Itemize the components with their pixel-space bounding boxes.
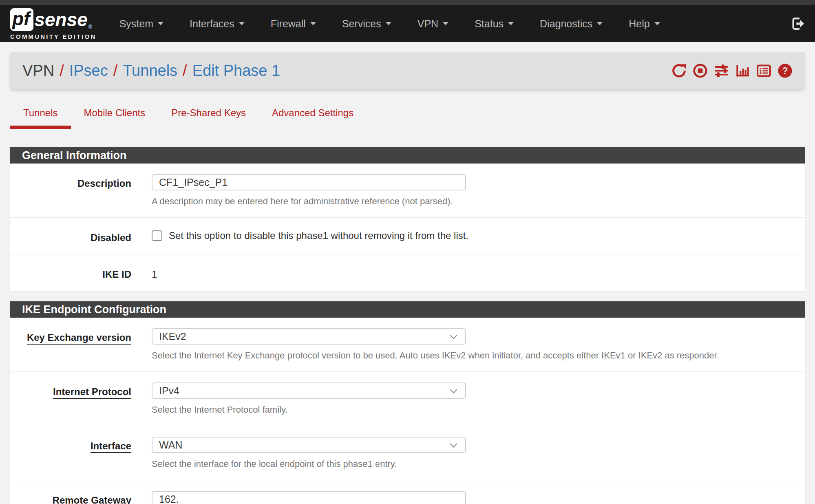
remote-gateway-input[interactable] — [152, 491, 466, 504]
breadcrumb-separator: / — [183, 62, 187, 80]
chevron-down-icon — [386, 22, 391, 25]
nav-item-system[interactable]: System — [119, 18, 163, 30]
internet-protocol-row: Internet Protocol IPv4 Select the Intern… — [10, 372, 805, 426]
pfsense-logo[interactable]: pf sense ® COMMUNITY EDITION — [10, 8, 97, 40]
svg-text:?: ? — [782, 66, 788, 76]
key-exchange-row: Key Exchange version IKEv2 Select the In… — [10, 318, 805, 372]
tab-advanced-settings[interactable]: Advanced Settings — [259, 107, 367, 129]
nav-item-diagnostics[interactable]: Diagnostics — [540, 18, 603, 30]
nav-item-interfaces[interactable]: Interfaces — [190, 18, 245, 30]
description-help: A description may be entered here for ad… — [152, 196, 805, 207]
stop-circle-icon[interactable] — [693, 63, 708, 78]
tab-bar: Tunnels Mobile Clients Pre-Shared Keys A… — [10, 107, 805, 129]
interface-label: Interface — [10, 437, 131, 469]
nav-item-label: Help — [629, 18, 649, 30]
logo-subtitle: COMMUNITY EDITION — [10, 33, 97, 40]
nav-item-status[interactable]: Status — [475, 18, 514, 30]
chevron-down-icon — [508, 22, 514, 25]
internet-protocol-select[interactable]: IPv4 — [152, 382, 466, 399]
breadcrumb: VPN / IPsec / Tunnels / Edit Phase 1 ? — [10, 52, 805, 89]
ike-id-value: 1 — [152, 265, 805, 280]
chevron-down-icon — [310, 22, 316, 25]
remote-gateway-row: Remote Gateway Enter the public IP addre… — [10, 480, 805, 504]
sign-out-icon[interactable] — [791, 16, 805, 31]
nav-item-help[interactable]: Help — [629, 18, 660, 30]
ike-id-label: IKE ID — [10, 265, 131, 280]
logo-pf-box: pf — [10, 8, 33, 31]
key-exchange-select[interactable]: IKEv2 — [152, 328, 466, 345]
nav-item-label: Services — [342, 18, 381, 30]
breadcrumb-separator: / — [60, 62, 64, 80]
nav-item-label: Status — [475, 18, 504, 30]
disabled-row: Disabled Set this option to disable this… — [10, 218, 805, 254]
list-icon[interactable] — [756, 63, 771, 78]
interface-help: Select the interface for the local endpo… — [152, 459, 805, 469]
nav-item-services[interactable]: Services — [342, 18, 391, 30]
nav-item-label: Interfaces — [190, 18, 234, 30]
breadcrumb-edit-phase1-link[interactable]: Edit Phase 1 — [192, 62, 280, 80]
panel-title-ike-endpoint: IKE Endpoint Configuration — [10, 301, 805, 318]
refresh-icon[interactable] — [671, 63, 687, 78]
breadcrumb-trail: VPN / IPsec / Tunnels / Edit Phase 1 — [22, 62, 280, 80]
interface-row: Interface WAN Select the interface for t… — [10, 426, 805, 480]
breadcrumb-action-icons: ? — [671, 63, 793, 78]
breadcrumb-tunnels-link[interactable]: Tunnels — [123, 62, 177, 80]
disabled-label: Disabled — [10, 228, 131, 243]
bar-chart-icon[interactable] — [735, 63, 750, 78]
key-exchange-label: Key Exchange version — [10, 328, 131, 361]
tab-pre-shared-keys[interactable]: Pre-Shared Keys — [158, 107, 259, 129]
description-label: Description — [10, 174, 131, 207]
registered-mark: ® — [88, 24, 93, 29]
chevron-down-icon — [597, 22, 603, 25]
chevron-down-icon — [654, 22, 660, 25]
breadcrumb-separator: / — [113, 62, 118, 80]
nav-menu: System Interfaces Firewall Services VPN … — [119, 18, 660, 30]
top-strip — [0, 0, 815, 5]
key-exchange-help: Select the Internet Key Exchange protoco… — [152, 350, 805, 361]
nav-item-label: Firewall — [271, 18, 306, 30]
disabled-checkbox[interactable] — [152, 230, 162, 241]
breadcrumb-vpn: VPN — [22, 62, 54, 80]
internet-protocol-label: Internet Protocol — [10, 382, 131, 415]
description-row: Description A description may be entered… — [10, 164, 805, 218]
nav-item-vpn[interactable]: VPN — [417, 18, 448, 30]
help-icon[interactable]: ? — [777, 63, 793, 78]
chevron-down-icon — [443, 22, 448, 25]
tab-tunnels[interactable]: Tunnels — [10, 107, 71, 129]
nav-item-label: Diagnostics — [540, 18, 592, 30]
nav-item-label: VPN — [417, 18, 438, 30]
nav-item-label: System — [119, 18, 153, 30]
remote-gateway-label: Remote Gateway — [10, 491, 131, 504]
tab-mobile-clients[interactable]: Mobile Clients — [71, 107, 159, 129]
chevron-down-icon — [239, 22, 245, 25]
disabled-checkbox-label: Set this option to disable this phase1 w… — [169, 230, 468, 241]
internet-protocol-help: Select the Internet Protocol family. — [152, 405, 805, 415]
chevron-down-icon — [158, 22, 163, 25]
interface-select[interactable]: WAN — [152, 437, 466, 453]
ike-endpoint-panel: IKE Endpoint Configuration Key Exchange … — [10, 301, 805, 504]
breadcrumb-ipsec-link[interactable]: IPsec — [69, 62, 108, 80]
sliders-icon[interactable] — [714, 63, 729, 78]
nav-item-firewall[interactable]: Firewall — [271, 18, 316, 30]
ike-id-row: IKE ID 1 — [10, 254, 805, 291]
logo-sense-text: sense — [34, 10, 87, 29]
main-navbar: pf sense ® COMMUNITY EDITION System Inte… — [0, 5, 815, 42]
panel-title-general-information: General Information — [10, 147, 805, 164]
general-information-panel: General Information Description A descri… — [10, 147, 805, 291]
description-input[interactable] — [152, 174, 466, 190]
